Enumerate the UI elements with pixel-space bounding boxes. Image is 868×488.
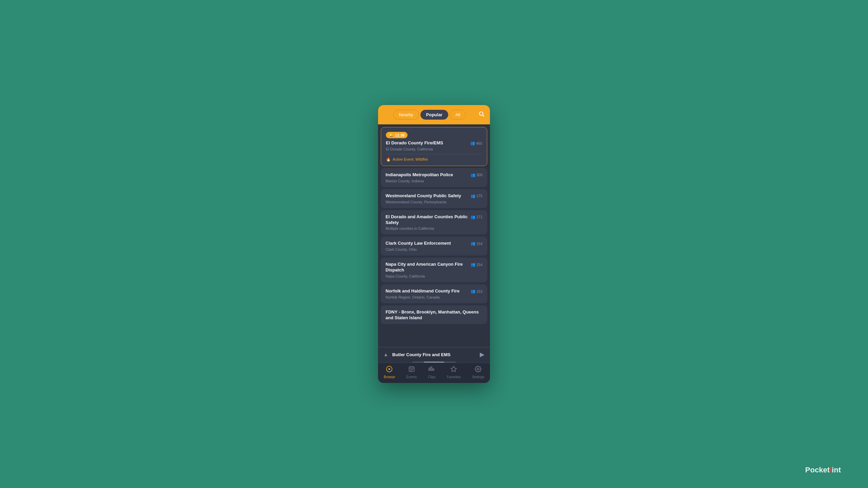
fire-icon: 🔥 [386, 157, 391, 162]
list-item[interactable]: Clark County Law Enforcement Clark Count… [381, 237, 487, 256]
listener-count: 👥 460 [470, 141, 482, 145]
listener-count: 👥 175 [471, 194, 482, 198]
listener-count: 👥 154 [471, 241, 482, 246]
people-icon: 👥 [471, 289, 475, 293]
nav-browse-label: Browse [384, 375, 395, 379]
events-icon [408, 366, 415, 374]
time-badge: 🔔 11:38 [386, 132, 408, 138]
svg-rect-11 [431, 367, 432, 370]
channel-name: FDNY - Bronx, Brooklyn, Manhattan, Queen… [386, 309, 482, 321]
tab-nearby[interactable]: Nearby [393, 110, 419, 120]
nav-settings[interactable]: Settings [472, 366, 484, 379]
nav-browse[interactable]: Browse [384, 366, 395, 379]
browse-icon [386, 366, 393, 374]
favorites-icon [450, 366, 457, 374]
list-item[interactable]: El Dorado and Amador Counties Public Saf… [381, 210, 487, 235]
active-event-bar: 🔥 Active Event: Wildfire [386, 154, 482, 162]
channel-name: Indianapolis Metropolitan Police [386, 172, 468, 178]
play-button[interactable]: ▶ [480, 351, 485, 358]
svg-point-0 [479, 112, 483, 116]
channel-name: Norfolk and Haldimand County Fire [386, 288, 468, 294]
list-item[interactable]: 🔔 11:38 El Dorado County Fire/EMS El Dor… [381, 127, 487, 166]
list-item[interactable]: Indianapolis Metropolitan Police Marion … [381, 168, 487, 187]
player-channel-name: Butler County Fire and EMS [392, 352, 476, 357]
people-icon: 👥 [471, 194, 475, 198]
people-icon: 👥 [471, 262, 475, 267]
nav-clips[interactable]: Clips [428, 366, 435, 379]
watermark: Pocketlint [805, 466, 841, 474]
nav-favorites[interactable]: Favorites [447, 366, 461, 379]
listener-count: 👥 153 [471, 289, 482, 293]
listener-count: 👥 154 [471, 262, 482, 267]
bottom-nav: Browse Events [378, 363, 490, 383]
listener-count: 👥 300 [471, 173, 482, 177]
channel-name: El Dorado County Fire/EMS [386, 140, 468, 146]
channel-name: Clark County Law Enforcement [386, 241, 468, 246]
feed-list: 🔔 11:38 El Dorado County Fire/EMS El Dor… [378, 124, 490, 347]
chevron-up-icon: ▲ [383, 352, 388, 357]
list-item[interactable]: FDNY - Bronx, Brooklyn, Manhattan, Queen… [381, 305, 487, 324]
svg-marker-13 [451, 366, 457, 372]
app-container: Nearby Popular All 🔔 11:38 El Dorado Cou… [378, 105, 490, 383]
svg-point-3 [389, 368, 390, 370]
svg-rect-10 [429, 368, 430, 371]
nav-favorites-label: Favorites [447, 375, 461, 379]
people-icon: 👥 [471, 173, 475, 177]
channel-name: Westmoreland County Public Safety [386, 193, 468, 199]
list-item[interactable]: Norfolk and Haldimand County Fire Norfol… [381, 284, 487, 303]
channel-location: Multiple counties in California [386, 226, 468, 230]
svg-rect-12 [433, 369, 434, 370]
channel-location: Norfolk Region, Ontario, Canada [386, 295, 468, 299]
clips-icon [428, 366, 435, 374]
people-icon: 👥 [471, 215, 475, 219]
channel-location: Napa County, California [386, 274, 468, 278]
tab-all[interactable]: All [450, 110, 466, 120]
channel-location: El Dorado County, California [386, 147, 468, 151]
channel-location: Westmoreland County, Pennsylvania [386, 200, 468, 204]
channel-location: Marion County, Indiana [386, 179, 468, 183]
svg-point-14 [477, 368, 479, 370]
settings-icon [475, 366, 481, 374]
tab-popular[interactable]: Popular [420, 110, 448, 120]
header: Nearby Popular All [378, 105, 490, 124]
tab-group: Nearby Popular All [383, 110, 476, 120]
list-item[interactable]: Westmoreland County Public Safety Westmo… [381, 189, 487, 208]
channel-name: Napa City and American Canyon Fire Dispa… [386, 262, 468, 273]
nav-settings-label: Settings [472, 375, 484, 379]
channel-name: El Dorado and Amador Counties Public Saf… [386, 214, 468, 226]
svg-line-1 [483, 115, 484, 117]
list-item[interactable]: Napa City and American Canyon Fire Dispa… [381, 258, 487, 282]
nav-events-label: Events [406, 375, 417, 379]
people-icon: 👥 [470, 141, 475, 145]
search-button[interactable] [478, 111, 485, 119]
nav-events[interactable]: Events [406, 366, 417, 379]
player-bar: ▲ Butler County Fire and EMS ▶ [378, 347, 490, 362]
people-icon: 👥 [471, 241, 475, 246]
nav-clips-label: Clips [428, 375, 435, 379]
channel-location: Clark County, Ohio [386, 247, 468, 251]
listener-count: 👥 171 [471, 215, 482, 219]
